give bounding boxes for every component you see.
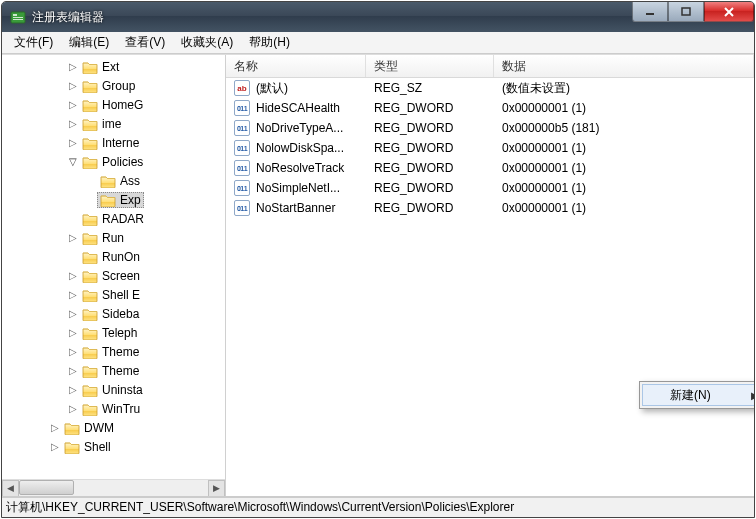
tree-item-label: HomeG (102, 98, 143, 112)
maximize-button[interactable] (668, 2, 704, 22)
value-row[interactable]: ab(默认)REG_SZ(数值未设置) (226, 78, 754, 98)
expander-closed-icon[interactable]: ▷ (66, 345, 80, 359)
value-data: 0x00000001 (1) (502, 201, 586, 215)
tree-item-label: Ass (120, 174, 140, 188)
scroll-left-icon[interactable]: ◀ (2, 480, 19, 497)
expander-open-icon[interactable]: ▽ (66, 155, 80, 169)
tree-item-label: Shell (84, 440, 111, 454)
col-header-type[interactable]: 类型 (366, 55, 494, 77)
menu-file[interactable]: 文件(F) (6, 32, 61, 53)
binary-value-icon: 011 (234, 160, 250, 176)
value-data: 0x000000b5 (181) (502, 121, 599, 135)
list-body[interactable]: ab(默认)REG_SZ(数值未设置)011HideSCAHealthREG_D… (226, 78, 754, 496)
expander-closed-icon[interactable]: ▷ (66, 117, 80, 131)
expander-closed-icon[interactable]: ▷ (66, 402, 80, 416)
tree-item[interactable]: ▷Shell E (6, 285, 225, 304)
value-data: 0x00000001 (1) (502, 181, 586, 195)
scroll-right-icon[interactable]: ▶ (208, 480, 225, 497)
scroll-thumb[interactable] (19, 480, 74, 495)
menu-help[interactable]: 帮助(H) (241, 32, 298, 53)
tree-item[interactable]: ▷Theme (6, 361, 225, 380)
tree-item-label: RunOn (102, 250, 140, 264)
expander-closed-icon[interactable]: ▷ (66, 98, 80, 112)
minimize-button[interactable] (632, 2, 668, 22)
menu-edit[interactable]: 编辑(E) (61, 32, 117, 53)
close-button[interactable] (704, 2, 754, 22)
binary-value-icon: 011 (234, 180, 250, 196)
tree-item-label: WinTru (102, 402, 140, 416)
value-row[interactable]: 011NoSimpleNetI...REG_DWORD0x00000001 (1… (226, 178, 754, 198)
value-row[interactable]: 011NoStartBannerREG_DWORD0x00000001 (1) (226, 198, 754, 218)
tree-item[interactable]: ▷Screen (6, 266, 225, 285)
value-row[interactable]: 011NoDriveTypeA...REG_DWORD0x000000b5 (1… (226, 118, 754, 138)
value-name: (默认) (256, 80, 288, 97)
value-data: 0x00000001 (1) (502, 141, 586, 155)
value-name: NoStartBanner (256, 201, 335, 215)
tree-item[interactable]: ▷WinTru (6, 399, 225, 418)
chevron-right-icon: ▶ (751, 390, 755, 401)
menubar: 文件(F) 编辑(E) 查看(V) 收藏夹(A) 帮助(H) (2, 32, 754, 54)
tree-item[interactable]: ▷Uninsta (6, 380, 225, 399)
tree-item[interactable]: ▷Interne (6, 133, 225, 152)
tree-item[interactable]: ▷Teleph (6, 323, 225, 342)
expander-closed-icon[interactable]: ▷ (66, 231, 80, 245)
tree-item[interactable]: ▷DWM (6, 418, 225, 437)
expander-closed-icon[interactable]: ▷ (66, 307, 80, 321)
window-title: 注册表编辑器 (32, 9, 104, 26)
tree-item[interactable]: Ass (6, 171, 225, 190)
expander-closed-icon[interactable]: ▷ (48, 440, 62, 454)
context-menu[interactable]: 新建(N) ▶ (639, 381, 755, 409)
expander-closed-icon[interactable]: ▷ (66, 288, 80, 302)
titlebar[interactable]: 注册表编辑器 (2, 2, 754, 32)
tree-item-label: Exp (120, 193, 141, 207)
tree-item-label: ime (102, 117, 121, 131)
tree-item[interactable]: ▷Theme (6, 342, 225, 361)
expander-closed-icon[interactable]: ▷ (66, 136, 80, 150)
tree-item[interactable]: Exp (6, 190, 225, 209)
menu-view[interactable]: 查看(V) (117, 32, 173, 53)
value-name: NoSimpleNetI... (256, 181, 340, 195)
tree-item-label: Run (102, 231, 124, 245)
tree-item-label: Theme (102, 364, 139, 378)
col-header-name[interactable]: 名称 (226, 55, 366, 77)
expander-closed-icon[interactable]: ▷ (66, 269, 80, 283)
value-row[interactable]: 011NolowDiskSpa...REG_DWORD0x00000001 (1… (226, 138, 754, 158)
svg-rect-4 (646, 13, 654, 15)
binary-value-icon: 011 (234, 140, 250, 156)
col-header-data[interactable]: 数据 (494, 55, 754, 77)
app-icon (10, 9, 26, 25)
expander-closed-icon[interactable]: ▷ (66, 60, 80, 74)
menu-favorites[interactable]: 收藏夹(A) (173, 32, 241, 53)
menu-item-new-label: 新建(N) (670, 387, 711, 404)
tree-item-label: Group (102, 79, 135, 93)
binary-value-icon: 011 (234, 100, 250, 116)
tree-item-label: Interne (102, 136, 139, 150)
expander-closed-icon[interactable]: ▷ (48, 421, 62, 435)
expander-closed-icon[interactable]: ▷ (66, 326, 80, 340)
value-row[interactable]: 011HideSCAHealthREG_DWORD0x00000001 (1) (226, 98, 754, 118)
tree-item-label: Sideba (102, 307, 139, 321)
tree-item[interactable]: ▷ime (6, 114, 225, 133)
tree-item[interactable]: ▷HomeG (6, 95, 225, 114)
tree-item[interactable]: RunOn (6, 247, 225, 266)
svg-rect-2 (13, 17, 23, 18)
expander-closed-icon[interactable]: ▷ (66, 364, 80, 378)
menu-item-new[interactable]: 新建(N) ▶ (642, 384, 755, 406)
expander-closed-icon[interactable]: ▷ (66, 79, 80, 93)
value-row[interactable]: 011NoResolveTrackREG_DWORD0x00000001 (1) (226, 158, 754, 178)
tree-h-scrollbar[interactable]: ◀ ▶ (2, 479, 225, 496)
value-type: REG_DWORD (374, 121, 453, 135)
tree-item[interactable]: ▷Run (6, 228, 225, 247)
tree-item[interactable]: ▽Policies (6, 152, 225, 171)
tree-item[interactable]: ▷Shell (6, 437, 225, 456)
values-panel: 名称 类型 数据 ab(默认)REG_SZ(数值未设置)011HideSCAHe… (226, 55, 754, 496)
tree-item[interactable]: ▷Sideba (6, 304, 225, 323)
tree-item[interactable]: RADAR (6, 209, 225, 228)
scroll-track[interactable] (19, 480, 208, 497)
value-name: NolowDiskSpa... (256, 141, 344, 155)
tree-item-label: Ext (102, 60, 119, 74)
expander-closed-icon[interactable]: ▷ (66, 383, 80, 397)
tree-item[interactable]: ▷Group (6, 76, 225, 95)
tree-item[interactable]: ▷Ext (6, 57, 225, 76)
tree-panel[interactable]: ▷Ext▷Group▷HomeG▷ime▷Interne▽PoliciesAss… (2, 55, 226, 496)
